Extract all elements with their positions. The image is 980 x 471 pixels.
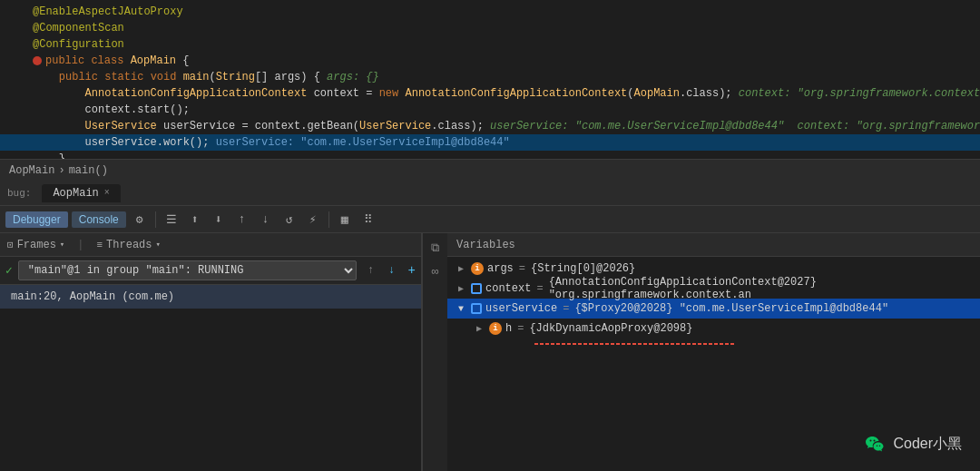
- threads-icon: ≡: [96, 240, 103, 250]
- thread-nav-buttons: ↑ ↓: [362, 261, 401, 280]
- toolbar-separator-1: [155, 211, 156, 228]
- thread-dropdown[interactable]: "main"@1 in group "main": RUNNING: [18, 260, 357, 280]
- var-icon-h: i: [489, 322, 502, 335]
- var-val-context: {AnnotationConfigApplicationContext@2027…: [549, 276, 973, 301]
- toolbar-grid-icon[interactable]: ⠿: [358, 210, 378, 230]
- toolbar-filter-icon[interactable]: ⚡: [303, 210, 323, 230]
- code-line-4: public class AopMain {: [0, 53, 980, 69]
- tab-bar-label: bug:: [7, 188, 31, 199]
- side-buttons: ⧉ ∞: [422, 233, 447, 471]
- code-line-8: UserService userService = context.getBea…: [0, 118, 980, 134]
- tab-bar: bug: AopMain ×: [0, 181, 980, 206]
- var-expand-context: ▶: [455, 283, 467, 294]
- toolbar-up-icon[interactable]: ↑: [232, 210, 252, 230]
- tab-close-icon[interactable]: ×: [104, 188, 110, 198]
- threads-label: Threads: [106, 239, 152, 251]
- variables-header: Variables: [447, 233, 980, 257]
- frames-threads-panel: ✓ "main"@1 in group "main": RUNNING ↑ ↓ …: [0, 257, 421, 471]
- breadcrumb: AopMain › main(): [0, 159, 980, 181]
- code-line-6: AnnotationConfigApplicationContext conte…: [0, 85, 980, 102]
- thread-add-btn[interactable]: +: [408, 263, 416, 278]
- variables-label: Variables: [456, 239, 515, 251]
- breakpoint-dot: [33, 56, 45, 65]
- var-row-context[interactable]: ▶ context = {AnnotationConfigApplication…: [447, 279, 980, 299]
- stack-frame-text: main:20, AopMain (com.me): [11, 290, 174, 303]
- frames-arrow: ▾: [60, 240, 64, 250]
- var-name-context: context: [485, 282, 531, 295]
- thread-up-btn[interactable]: ↑: [362, 261, 380, 280]
- side-copy-icon[interactable]: ⧉: [426, 239, 445, 257]
- code-line-5: public static void main(String[] args) {…: [0, 69, 980, 85]
- stack-frame[interactable]: main:20, AopMain (com.me): [0, 285, 421, 309]
- tab-aop-main[interactable]: AopMain ×: [42, 184, 120, 202]
- debugger-tab-button[interactable]: Debugger: [5, 211, 68, 228]
- tab-name: AopMain: [53, 187, 98, 200]
- threads-arrow: ▾: [156, 240, 161, 250]
- var-val-args: {String[0]@2026}: [531, 262, 635, 275]
- var-underline-decoration: [520, 337, 980, 349]
- frames-header[interactable]: ⊡ Frames ▾: [7, 239, 64, 251]
- var-name-userservice: userService: [485, 302, 557, 315]
- breadcrumb-class[interactable]: AopMain: [9, 164, 54, 177]
- side-infinity-icon[interactable]: ∞: [426, 262, 445, 280]
- var-val-h: {JdkDynamicAopProxy@2098}: [529, 322, 692, 335]
- toolbar-export-icon[interactable]: ⬆: [185, 210, 205, 230]
- var-expand-userservice: ▼: [455, 304, 467, 314]
- var-icon-userservice: [471, 303, 482, 314]
- var-row-userservice[interactable]: ▼ userService = {$Proxy20@2028} "com.me.…: [447, 299, 980, 319]
- var-icon-args: i: [471, 262, 484, 275]
- watermark-text: Coder小黑: [893, 435, 962, 454]
- code-line-1: @EnableAspectJAutoProxy: [0, 4, 980, 20]
- left-panel: ⊡ Frames ▾ | ≡ Threads ▾ ✓ "main"@1 in g…: [0, 233, 422, 471]
- frames-icon: ⊡: [7, 239, 14, 250]
- toolbar-refresh-icon[interactable]: ↺: [279, 210, 299, 230]
- toolbar-import-icon[interactable]: ⬇: [209, 210, 229, 230]
- toolbar: Debugger Console ⚙ ☰ ⬆ ⬇ ↑ ↓ ↺ ⚡ ▦ ⠿: [0, 206, 980, 233]
- debugger-area: ⊡ Frames ▾ | ≡ Threads ▾ ✓ "main"@1 in g…: [0, 233, 980, 471]
- console-tab-button[interactable]: Console: [72, 211, 126, 228]
- threads-header[interactable]: ≡ Threads ▾: [96, 239, 160, 251]
- code-line-10: }: [0, 151, 980, 159]
- code-line-9: userService.work(); userService: "com.me…: [0, 134, 980, 151]
- code-editor: @EnableAspectJAutoProxy @ComponentScan @…: [0, 0, 980, 159]
- watermark: Coder小黑: [864, 433, 962, 455]
- code-line-3: @Configuration: [0, 36, 980, 53]
- var-icon-context: [471, 283, 482, 294]
- var-name-h: h: [505, 322, 512, 335]
- var-expand-h: ▶: [473, 323, 485, 334]
- var-val-userservice: {$Proxy20@2028} "com.me.UserServiceImpl@…: [574, 302, 888, 315]
- toolbar-down-icon[interactable]: ↓: [256, 210, 276, 230]
- var-expand-args: ▶: [455, 263, 467, 274]
- toolbar-settings-icon[interactable]: ⚙: [130, 210, 150, 230]
- toolbar-list-icon[interactable]: ☰: [162, 210, 181, 230]
- var-name-args: args: [487, 262, 514, 275]
- thread-selector: ✓ "main"@1 in group "main": RUNNING ↑ ↓ …: [0, 257, 421, 285]
- var-row-h[interactable]: ▶ i h = {JdkDynamicAopProxy@2098}: [447, 319, 980, 339]
- toolbar-left: Debugger Console ⚙ ☰ ⬆ ⬇ ↑ ↓ ↺ ⚡ ▦ ⠿: [5, 210, 378, 230]
- thread-check-icon: ✓: [5, 263, 13, 278]
- toolbar-table-icon[interactable]: ▦: [335, 210, 355, 230]
- code-line-7: context.start();: [0, 102, 980, 118]
- toolbar-separator-2: [328, 211, 329, 228]
- thread-down-btn[interactable]: ↓: [383, 261, 401, 280]
- panel-header-left: ⊡ Frames ▾ | ≡ Threads ▾: [0, 233, 421, 257]
- wechat-icon: [864, 433, 886, 455]
- frames-label: Frames: [17, 239, 56, 251]
- code-line-2: @ComponentScan: [0, 20, 980, 36]
- breadcrumb-method[interactable]: main(): [69, 164, 108, 177]
